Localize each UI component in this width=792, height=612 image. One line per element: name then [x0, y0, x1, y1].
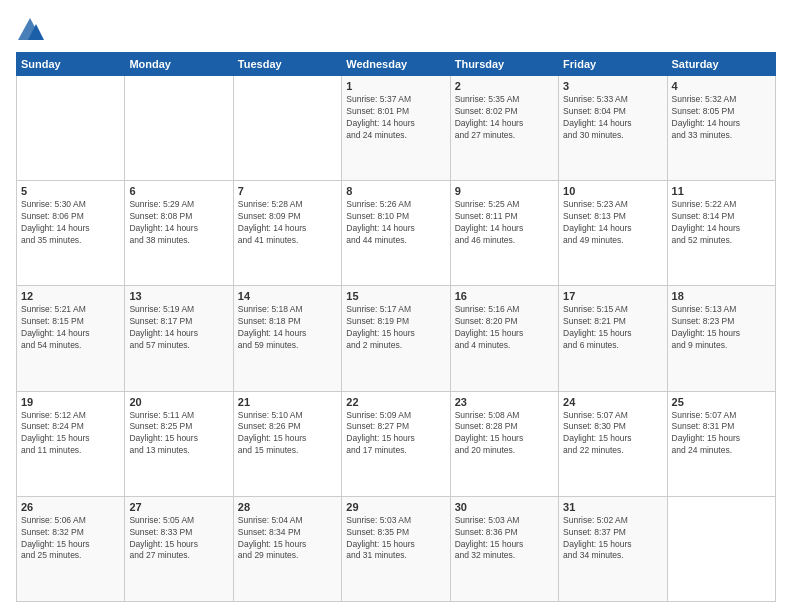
- day-number: 21: [238, 396, 337, 408]
- calendar-table: SundayMondayTuesdayWednesdayThursdayFrid…: [16, 52, 776, 602]
- day-info: Sunrise: 5:29 AM Sunset: 8:08 PM Dayligh…: [129, 199, 228, 247]
- day-cell-20: 20Sunrise: 5:11 AM Sunset: 8:25 PM Dayli…: [125, 391, 233, 496]
- day-cell-22: 22Sunrise: 5:09 AM Sunset: 8:27 PM Dayli…: [342, 391, 450, 496]
- day-cell-2: 2Sunrise: 5:35 AM Sunset: 8:02 PM Daylig…: [450, 76, 558, 181]
- day-info: Sunrise: 5:26 AM Sunset: 8:10 PM Dayligh…: [346, 199, 445, 247]
- day-number: 6: [129, 185, 228, 197]
- day-info: Sunrise: 5:16 AM Sunset: 8:20 PM Dayligh…: [455, 304, 554, 352]
- day-info: Sunrise: 5:18 AM Sunset: 8:18 PM Dayligh…: [238, 304, 337, 352]
- day-cell-4: 4Sunrise: 5:32 AM Sunset: 8:05 PM Daylig…: [667, 76, 775, 181]
- day-number: 23: [455, 396, 554, 408]
- day-number: 29: [346, 501, 445, 513]
- day-cell-14: 14Sunrise: 5:18 AM Sunset: 8:18 PM Dayli…: [233, 286, 341, 391]
- day-info: Sunrise: 5:02 AM Sunset: 8:37 PM Dayligh…: [563, 515, 662, 563]
- day-number: 18: [672, 290, 771, 302]
- day-cell-empty: [125, 76, 233, 181]
- day-info: Sunrise: 5:13 AM Sunset: 8:23 PM Dayligh…: [672, 304, 771, 352]
- day-info: Sunrise: 5:22 AM Sunset: 8:14 PM Dayligh…: [672, 199, 771, 247]
- day-cell-30: 30Sunrise: 5:03 AM Sunset: 8:36 PM Dayli…: [450, 496, 558, 601]
- day-number: 31: [563, 501, 662, 513]
- day-info: Sunrise: 5:15 AM Sunset: 8:21 PM Dayligh…: [563, 304, 662, 352]
- day-cell-29: 29Sunrise: 5:03 AM Sunset: 8:35 PM Dayli…: [342, 496, 450, 601]
- day-cell-15: 15Sunrise: 5:17 AM Sunset: 8:19 PM Dayli…: [342, 286, 450, 391]
- day-number: 1: [346, 80, 445, 92]
- day-info: Sunrise: 5:12 AM Sunset: 8:24 PM Dayligh…: [21, 410, 120, 458]
- header-row: SundayMondayTuesdayWednesdayThursdayFrid…: [17, 53, 776, 76]
- day-number: 8: [346, 185, 445, 197]
- day-cell-1: 1Sunrise: 5:37 AM Sunset: 8:01 PM Daylig…: [342, 76, 450, 181]
- day-cell-18: 18Sunrise: 5:13 AM Sunset: 8:23 PM Dayli…: [667, 286, 775, 391]
- day-number: 24: [563, 396, 662, 408]
- day-info: Sunrise: 5:35 AM Sunset: 8:02 PM Dayligh…: [455, 94, 554, 142]
- header-day-saturday: Saturday: [667, 53, 775, 76]
- day-cell-3: 3Sunrise: 5:33 AM Sunset: 8:04 PM Daylig…: [559, 76, 667, 181]
- calendar-header: SundayMondayTuesdayWednesdayThursdayFrid…: [17, 53, 776, 76]
- day-info: Sunrise: 5:08 AM Sunset: 8:28 PM Dayligh…: [455, 410, 554, 458]
- day-number: 14: [238, 290, 337, 302]
- header-day-tuesday: Tuesday: [233, 53, 341, 76]
- day-cell-7: 7Sunrise: 5:28 AM Sunset: 8:09 PM Daylig…: [233, 181, 341, 286]
- day-cell-23: 23Sunrise: 5:08 AM Sunset: 8:28 PM Dayli…: [450, 391, 558, 496]
- day-number: 5: [21, 185, 120, 197]
- day-cell-12: 12Sunrise: 5:21 AM Sunset: 8:15 PM Dayli…: [17, 286, 125, 391]
- day-number: 12: [21, 290, 120, 302]
- day-number: 9: [455, 185, 554, 197]
- day-number: 13: [129, 290, 228, 302]
- day-info: Sunrise: 5:05 AM Sunset: 8:33 PM Dayligh…: [129, 515, 228, 563]
- week-row-4: 26Sunrise: 5:06 AM Sunset: 8:32 PM Dayli…: [17, 496, 776, 601]
- day-number: 15: [346, 290, 445, 302]
- day-number: 20: [129, 396, 228, 408]
- day-number: 11: [672, 185, 771, 197]
- day-info: Sunrise: 5:10 AM Sunset: 8:26 PM Dayligh…: [238, 410, 337, 458]
- day-cell-16: 16Sunrise: 5:16 AM Sunset: 8:20 PM Dayli…: [450, 286, 558, 391]
- week-row-3: 19Sunrise: 5:12 AM Sunset: 8:24 PM Dayli…: [17, 391, 776, 496]
- day-info: Sunrise: 5:06 AM Sunset: 8:32 PM Dayligh…: [21, 515, 120, 563]
- header-day-monday: Monday: [125, 53, 233, 76]
- week-row-1: 5Sunrise: 5:30 AM Sunset: 8:06 PM Daylig…: [17, 181, 776, 286]
- day-info: Sunrise: 5:04 AM Sunset: 8:34 PM Dayligh…: [238, 515, 337, 563]
- day-cell-27: 27Sunrise: 5:05 AM Sunset: 8:33 PM Dayli…: [125, 496, 233, 601]
- header-day-thursday: Thursday: [450, 53, 558, 76]
- day-number: 28: [238, 501, 337, 513]
- day-cell-13: 13Sunrise: 5:19 AM Sunset: 8:17 PM Dayli…: [125, 286, 233, 391]
- day-number: 7: [238, 185, 337, 197]
- week-row-2: 12Sunrise: 5:21 AM Sunset: 8:15 PM Dayli…: [17, 286, 776, 391]
- logo: [16, 16, 48, 44]
- day-number: 26: [21, 501, 120, 513]
- day-number: 30: [455, 501, 554, 513]
- day-info: Sunrise: 5:37 AM Sunset: 8:01 PM Dayligh…: [346, 94, 445, 142]
- day-cell-10: 10Sunrise: 5:23 AM Sunset: 8:13 PM Dayli…: [559, 181, 667, 286]
- day-info: Sunrise: 5:32 AM Sunset: 8:05 PM Dayligh…: [672, 94, 771, 142]
- header-day-wednesday: Wednesday: [342, 53, 450, 76]
- day-info: Sunrise: 5:03 AM Sunset: 8:35 PM Dayligh…: [346, 515, 445, 563]
- day-info: Sunrise: 5:30 AM Sunset: 8:06 PM Dayligh…: [21, 199, 120, 247]
- day-info: Sunrise: 5:23 AM Sunset: 8:13 PM Dayligh…: [563, 199, 662, 247]
- day-info: Sunrise: 5:09 AM Sunset: 8:27 PM Dayligh…: [346, 410, 445, 458]
- day-number: 27: [129, 501, 228, 513]
- calendar-page: SundayMondayTuesdayWednesdayThursdayFrid…: [0, 0, 792, 612]
- day-info: Sunrise: 5:07 AM Sunset: 8:30 PM Dayligh…: [563, 410, 662, 458]
- day-number: 22: [346, 396, 445, 408]
- week-row-0: 1Sunrise: 5:37 AM Sunset: 8:01 PM Daylig…: [17, 76, 776, 181]
- day-number: 25: [672, 396, 771, 408]
- day-number: 4: [672, 80, 771, 92]
- day-info: Sunrise: 5:21 AM Sunset: 8:15 PM Dayligh…: [21, 304, 120, 352]
- day-info: Sunrise: 5:11 AM Sunset: 8:25 PM Dayligh…: [129, 410, 228, 458]
- day-cell-9: 9Sunrise: 5:25 AM Sunset: 8:11 PM Daylig…: [450, 181, 558, 286]
- day-info: Sunrise: 5:03 AM Sunset: 8:36 PM Dayligh…: [455, 515, 554, 563]
- calendar-body: 1Sunrise: 5:37 AM Sunset: 8:01 PM Daylig…: [17, 76, 776, 602]
- day-number: 2: [455, 80, 554, 92]
- day-info: Sunrise: 5:33 AM Sunset: 8:04 PM Dayligh…: [563, 94, 662, 142]
- day-cell-28: 28Sunrise: 5:04 AM Sunset: 8:34 PM Dayli…: [233, 496, 341, 601]
- day-info: Sunrise: 5:19 AM Sunset: 8:17 PM Dayligh…: [129, 304, 228, 352]
- logo-icon: [16, 16, 44, 44]
- day-number: 19: [21, 396, 120, 408]
- day-cell-25: 25Sunrise: 5:07 AM Sunset: 8:31 PM Dayli…: [667, 391, 775, 496]
- day-number: 16: [455, 290, 554, 302]
- header: [16, 16, 776, 44]
- day-info: Sunrise: 5:25 AM Sunset: 8:11 PM Dayligh…: [455, 199, 554, 247]
- day-cell-8: 8Sunrise: 5:26 AM Sunset: 8:10 PM Daylig…: [342, 181, 450, 286]
- day-info: Sunrise: 5:07 AM Sunset: 8:31 PM Dayligh…: [672, 410, 771, 458]
- day-number: 3: [563, 80, 662, 92]
- day-cell-31: 31Sunrise: 5:02 AM Sunset: 8:37 PM Dayli…: [559, 496, 667, 601]
